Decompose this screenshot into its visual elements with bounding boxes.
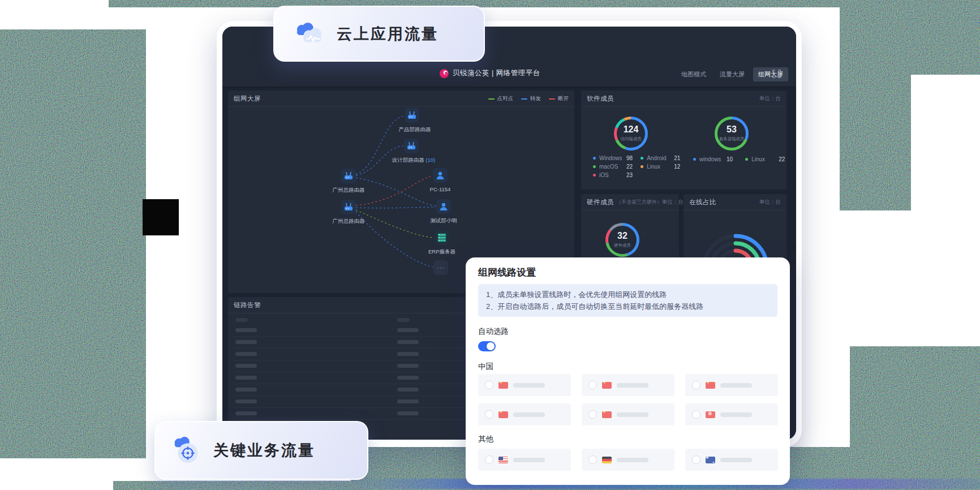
hardware-members-label: 硬件成员 — [614, 242, 630, 248]
line-option[interactable] — [685, 374, 778, 396]
node-gz-router-1[interactable]: 广州总路由器 — [341, 169, 356, 183]
line-option[interactable] — [685, 403, 778, 425]
link-alarm-title: 链路告警 — [234, 301, 261, 310]
auto-route-toggle[interactable] — [478, 341, 496, 351]
flag-cn-icon — [706, 382, 715, 389]
badge-top-label: 云上应用流量 — [337, 24, 439, 44]
router-icon[interactable] — [405, 108, 419, 123]
unit-label: 单位：台 — [662, 199, 684, 206]
node-test-member[interactable]: 测试部小明 — [436, 199, 451, 214]
legend-name: windows — [699, 156, 727, 162]
radio-button[interactable] — [588, 381, 597, 389]
line-option[interactable] — [582, 374, 674, 396]
line-name-placeholder — [720, 412, 752, 417]
person-icon[interactable] — [433, 168, 448, 183]
radio-button[interactable] — [692, 455, 700, 464]
fullscreen-icon[interactable] — [772, 70, 781, 78]
noise-bottom-left — [113, 481, 351, 490]
alarm-row-bar — [397, 388, 419, 392]
noise-top — [109, 0, 856, 7]
node-erp-server[interactable]: ERP服务器 — [435, 230, 449, 245]
alarm-row-bar — [397, 328, 419, 332]
line-name-placeholder — [513, 458, 545, 462]
line-option[interactable] — [478, 403, 571, 425]
legend-item: Android21 — [641, 154, 680, 162]
flag-cn-icon — [498, 411, 508, 418]
node-label: ERP服务器 — [408, 248, 476, 256]
legend-name: Linux — [751, 156, 779, 162]
router-icon[interactable] — [341, 200, 356, 214]
radio-button[interactable] — [588, 410, 597, 419]
legend-value: 12 — [674, 164, 680, 170]
legend-name: iOS — [599, 172, 626, 178]
alarm-row-bar — [235, 388, 257, 392]
flag-cn-icon — [602, 411, 612, 418]
brand-logo-icon — [440, 69, 449, 78]
radio-button[interactable] — [692, 381, 700, 389]
legend-dot — [593, 165, 596, 168]
note-line-1: 1、成员未单独设置线路时，会优先使用组网设置的线路 — [486, 289, 770, 300]
noise-left — [0, 29, 146, 458]
business-traffic-icon — [170, 435, 203, 466]
node-gz-router-2[interactable]: 广州总路由器 — [341, 200, 356, 214]
auto-route-label: 自动选路 — [478, 326, 509, 337]
flag-cn-icon — [602, 382, 612, 389]
view-tab[interactable]: 组网大屏 — [753, 67, 788, 81]
view-tab[interactable]: 流量大屏 — [715, 67, 750, 81]
line-option[interactable] — [478, 374, 571, 396]
legend-value: 22 — [626, 164, 633, 170]
radio-button[interactable] — [588, 455, 597, 464]
more-nodes-icon[interactable]: ··· — [433, 260, 448, 275]
hardware-members-header: 硬件成员 （不含第三方硬件） 单位：台 — [581, 194, 679, 210]
node-label: 广州总路由器 — [315, 187, 382, 194]
legend-dot — [641, 165, 643, 168]
access-members-label: 访问端成员 — [621, 136, 642, 141]
alarm-row-bar — [397, 340, 419, 344]
router-icon[interactable] — [404, 139, 419, 153]
software-members-title: 软件成员 — [587, 94, 614, 103]
alarm-row-bar — [235, 364, 257, 368]
line-option[interactable] — [478, 449, 571, 471]
hardware-members-total: 32 — [617, 231, 627, 240]
online-ratio-title: 在线占比 — [689, 198, 716, 207]
flag-us-icon — [498, 457, 508, 463]
view-tab[interactable]: 地图模式 — [676, 67, 711, 81]
legend-value: 22 — [779, 156, 785, 162]
router-icon[interactable] — [341, 169, 356, 183]
radio-button[interactable] — [485, 381, 493, 389]
line-name-placeholder — [617, 412, 648, 417]
software-members-header: 软件成员 单位：台 — [581, 91, 786, 107]
cloud-traffic-icon — [293, 21, 325, 47]
radio-button[interactable] — [692, 410, 700, 419]
note-line-2: 2、开启自动选路后，成员可自动切换至当前延时最低的服务器线路 — [486, 300, 770, 312]
line-option[interactable] — [685, 449, 778, 471]
alarm-row-bar — [397, 411, 419, 415]
server-members-label: 服务器端成员 — [719, 136, 744, 141]
line-settings-card: 组网线路设置 1、成员未单独设置线路时，会优先使用组网设置的线路 2、开启自动选… — [466, 257, 790, 485]
access-members-legend: Windows98macOS22iOS23Android21Linux12 — [593, 154, 680, 179]
node-label: 测试部小明 — [410, 217, 478, 225]
legend-item: macOS22 — [593, 162, 633, 171]
view-mode-tabs: 地图模式流量大屏组网大屏 — [652, 67, 788, 81]
node-more[interactable]: ··· — [433, 260, 448, 275]
line-name-placeholder — [617, 383, 648, 388]
noise-right — [840, 0, 911, 210]
legend-dot — [593, 174, 596, 177]
badge-cloud-app-traffic: 云上应用流量 — [273, 6, 485, 62]
legend-name: Linux — [647, 164, 674, 170]
person-icon[interactable] — [436, 199, 451, 214]
line-option[interactable] — [582, 449, 674, 471]
server-icon[interactable] — [435, 230, 449, 245]
alarm-row-bar — [397, 364, 419, 368]
node-pc-1154[interactable]: PC-1154 — [433, 168, 448, 183]
node-design-router[interactable]: 设计部路由器 (10) — [404, 139, 419, 153]
legend-value: 98 — [626, 155, 633, 161]
alarm-row-bar — [235, 328, 257, 332]
radio-button[interactable] — [485, 410, 493, 419]
line-option[interactable] — [582, 403, 674, 425]
radio-button[interactable] — [485, 455, 493, 464]
node-product-router[interactable]: 产品部路由器 — [405, 108, 419, 123]
marketing-composite: { "badges": { "top": "云上应用流量", "bottom":… — [0, 0, 980, 490]
node-label: PC-1154 — [406, 186, 474, 192]
donut-server-members: 53 服务器端成员 — [713, 115, 750, 152]
